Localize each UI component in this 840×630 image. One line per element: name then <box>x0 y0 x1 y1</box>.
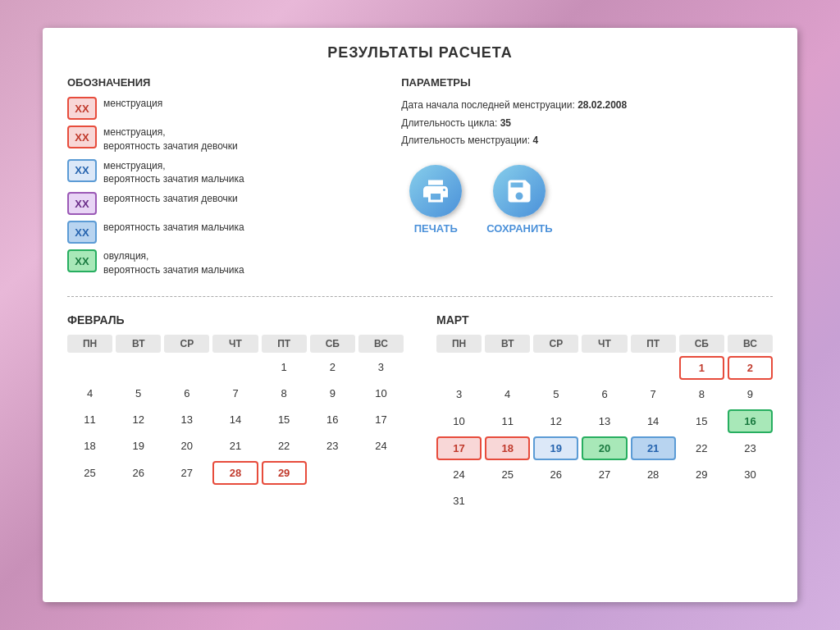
feb-day-12: 12 <box>116 409 161 431</box>
mar-day-16: 16 <box>728 409 773 433</box>
feb-day-2: 2 <box>310 356 355 379</box>
feb-header-pt: ПТ <box>262 335 307 353</box>
mar-header-vt: ВТ <box>485 335 530 353</box>
cycle-value: 35 <box>500 117 511 129</box>
feb-day-16: 16 <box>310 409 355 431</box>
march-title: МАРТ <box>436 313 773 326</box>
mar-day-18: 18 <box>485 436 530 460</box>
feb-day-10: 10 <box>358 382 404 405</box>
mar-day-6: 6 <box>582 383 627 406</box>
mar-day-7: 7 <box>631 383 676 406</box>
feb-day-21: 21 <box>212 435 258 458</box>
march-calendar: МАРТ ПН ВТ СР ЧТ ПТ СБ ВС 1 2 3 4 <box>436 313 773 513</box>
mar-day-28: 28 <box>631 463 676 486</box>
feb-day-14: 14 <box>212 409 258 431</box>
save-label: СОХРАНИТЬ <box>486 222 552 235</box>
legend-item-2: XX менструация,вероятность зачатия девоч… <box>67 126 377 153</box>
cycle-label: Длительность цикла: <box>401 117 497 129</box>
mar-day-27: 27 <box>582 463 627 486</box>
feb-day-7: 7 <box>212 382 258 405</box>
legend-item-3: XX менструация,вероятность зачатия мальч… <box>67 159 377 187</box>
mar-day-22: 22 <box>679 436 724 460</box>
mar-day-empty-8 <box>582 490 627 513</box>
mar-day-29: 29 <box>679 463 724 486</box>
mar-header-cht: ЧТ <box>582 335 627 353</box>
legend-item-6: XX овуляция,вероятность зачатия мальчика <box>67 249 377 277</box>
feb-day-5: 5 <box>116 382 161 405</box>
main-panel: РЕЗУЛЬТАТЫ РАСЧЕТА ОБОЗНАЧЕНИЯ XX менстр… <box>43 28 797 602</box>
feb-day-27: 27 <box>164 461 209 485</box>
legend-item-1: XX менструация <box>67 97 377 120</box>
feb-day-empty-2 <box>116 356 161 379</box>
save-icon-circle <box>493 165 546 217</box>
feb-day-22: 22 <box>262 435 307 458</box>
february-grid: ПН ВТ СР ЧТ ПТ СБ ВС 1 2 3 4 5 6 7 <box>67 335 404 485</box>
feb-day-empty-6 <box>358 461 404 485</box>
feb-day-3: 3 <box>358 356 404 379</box>
mar-header-pn: ПН <box>436 335 482 353</box>
mar-day-empty-3 <box>533 356 578 380</box>
mar-day-12: 12 <box>533 409 578 433</box>
print-button[interactable]: ПЕЧАТЬ <box>409 165 462 235</box>
mar-day-23: 23 <box>728 436 773 460</box>
save-button[interactable]: СОХРАНИТЬ <box>486 165 552 235</box>
feb-day-8: 8 <box>262 382 307 405</box>
mar-day-empty-6 <box>485 490 530 513</box>
feb-header-vs: ВС <box>358 335 404 353</box>
mar-day-empty-1 <box>436 356 482 380</box>
feb-day-28: 28 <box>212 461 258 485</box>
feb-day-9: 9 <box>310 382 355 405</box>
legend-box-ovulation: XX <box>67 249 97 272</box>
mar-header-sb: СБ <box>679 335 724 353</box>
mar-header-vs: ВС <box>728 335 773 353</box>
mar-day-31: 31 <box>436 490 482 513</box>
march-grid: ПН ВТ СР ЧТ ПТ СБ ВС 1 2 3 4 5 6 <box>436 335 773 513</box>
mar-day-10: 10 <box>436 409 482 433</box>
mar-day-30: 30 <box>728 463 773 486</box>
legend-box-girl-menstru: XX <box>67 126 97 148</box>
feb-day-23: 23 <box>310 435 355 458</box>
mar-day-19: 19 <box>533 436 578 460</box>
mar-header-sr: СР <box>533 335 578 353</box>
print-icon <box>421 176 450 206</box>
mar-day-21: 21 <box>631 436 676 460</box>
feb-day-1: 1 <box>262 356 307 379</box>
date-value: 28.02.2008 <box>578 99 627 111</box>
params-text: Дата начала последней менструации: 28.02… <box>401 97 773 150</box>
feb-day-26: 26 <box>116 461 161 485</box>
mar-day-3: 3 <box>436 383 482 406</box>
page-title: РЕЗУЛЬТАТЫ РАСЧЕТА <box>67 44 773 62</box>
feb-header-pn: ПН <box>67 335 112 353</box>
params-title: ПАРАМЕТРЫ <box>401 76 773 89</box>
mar-day-20: 20 <box>582 436 627 460</box>
mar-day-11: 11 <box>485 409 530 433</box>
mar-day-25: 25 <box>485 463 530 486</box>
feb-day-empty-5 <box>310 461 355 485</box>
feb-day-20: 20 <box>164 435 209 458</box>
mar-day-2: 2 <box>728 356 773 380</box>
mar-day-empty-7 <box>533 490 578 513</box>
feb-header-cht: ЧТ <box>212 335 258 353</box>
mar-day-14: 14 <box>631 409 676 433</box>
mar-day-1: 1 <box>679 356 724 380</box>
feb-day-13: 13 <box>164 409 209 431</box>
feb-day-empty-1 <box>67 356 112 379</box>
feb-day-11: 11 <box>67 409 112 431</box>
mar-day-26: 26 <box>533 463 578 486</box>
feb-day-29: 29 <box>262 461 307 485</box>
mar-day-empty-10 <box>679 490 724 513</box>
duration-label: Длительность менструации: <box>401 135 530 146</box>
legend-text-5: вероятность зачатия мальчика <box>103 221 244 235</box>
mar-header-pt: ПТ <box>631 335 676 353</box>
top-section: ОБОЗНАЧЕНИЯ XX менструация XX менструаци… <box>67 76 773 297</box>
feb-header-sb: СБ <box>310 335 355 353</box>
legend-text-6: овуляция,вероятность зачатия мальчика <box>103 249 244 277</box>
legend-item-4: XX вероятность зачатия девочки <box>67 192 377 215</box>
legend: ОБОЗНАЧЕНИЯ XX менструация XX менструаци… <box>67 76 377 283</box>
feb-day-25: 25 <box>67 461 112 485</box>
legend-box-menstruation: XX <box>67 97 97 120</box>
feb-day-19: 19 <box>116 435 161 458</box>
print-icon-circle <box>409 165 462 217</box>
mar-day-13: 13 <box>582 409 627 433</box>
mar-day-empty-9 <box>631 490 676 513</box>
